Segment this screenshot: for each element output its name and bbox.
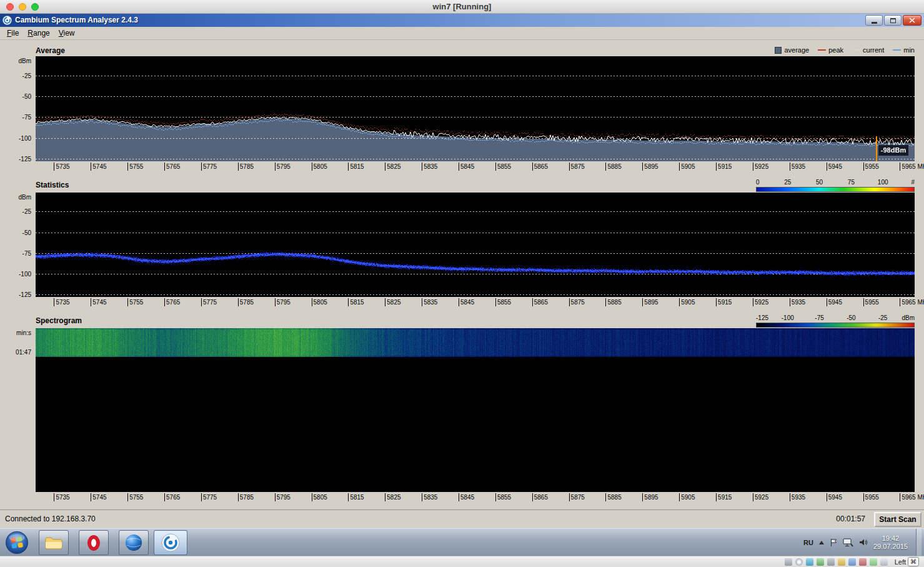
- y-tick-label: dBm: [0, 194, 31, 201]
- x-tick-label: 5905: [679, 298, 695, 306]
- x-tick-label: 5755: [127, 163, 143, 171]
- maximize-button[interactable]: [884, 15, 902, 26]
- taskbar-item-browser[interactable]: [119, 530, 149, 555]
- vm-minimize-button[interactable]: [19, 3, 26, 11]
- volume-icon[interactable]: [859, 538, 868, 546]
- statistics-panel-title: Statistics: [36, 181, 69, 189]
- minimize-icon: [872, 22, 877, 24]
- vm-close-button[interactable]: [6, 3, 14, 11]
- x-tick-label: 5965 MHz: [900, 163, 924, 171]
- hard-disk-icon[interactable]: [785, 558, 792, 566]
- vm-fullscreen-button[interactable]: [31, 3, 39, 11]
- x-tick-label: 5885: [605, 298, 621, 306]
- host-key-indicator: Left ⌘: [895, 557, 919, 566]
- legend-label: min: [903, 46, 915, 54]
- taskbar-clock[interactable]: 19:42 29.07.2015: [873, 534, 908, 551]
- scale-tick-label: dBm: [902, 314, 915, 321]
- menu-view[interactable]: View: [54, 27, 79, 38]
- y-tick-label: -50: [0, 93, 31, 100]
- tray-expand-icon[interactable]: [819, 541, 824, 544]
- x-tick-label: 5735: [54, 163, 69, 171]
- mouse-integration-icon[interactable]: [880, 558, 888, 566]
- start-scan-button[interactable]: Start Scan: [874, 512, 922, 527]
- scale-tick-label: -75: [815, 314, 823, 321]
- display-icon[interactable]: [848, 558, 856, 566]
- statistics-x-axis: 5735574557555765577557855795580558155825…: [0, 298, 924, 307]
- network-adapter-icon[interactable]: [817, 558, 824, 566]
- legend-item-average[interactable]: average: [775, 46, 809, 54]
- x-tick-label: 5825: [385, 298, 400, 306]
- x-tick-label: 5835: [422, 493, 437, 501]
- menu-file[interactable]: File: [2, 27, 23, 38]
- average-chart[interactable]: [36, 56, 915, 161]
- opera-icon: [87, 535, 100, 551]
- start-button[interactable]: [5, 531, 29, 554]
- app-titlebar: Cambium Spectrum Analyser 2.4.3: [0, 14, 924, 27]
- spectrogram-y-axis-label: min:s: [0, 329, 31, 336]
- audio-icon[interactable]: [806, 558, 813, 566]
- usb-icon[interactable]: [827, 558, 835, 566]
- x-tick-label: 5735: [54, 493, 69, 501]
- app-title: Cambium Spectrum Analyser 2.4.3: [15, 16, 138, 24]
- x-tick-label: 5775: [201, 298, 217, 306]
- elapsed-time: 00:01:57: [836, 514, 865, 523]
- y-tick-label: -75: [0, 114, 31, 121]
- x-tick-label: 5845: [459, 298, 474, 306]
- close-button[interactable]: [903, 15, 922, 26]
- features-icon[interactable]: [870, 558, 877, 566]
- legend-item-peak[interactable]: peak: [818, 46, 843, 54]
- minimize-button[interactable]: [865, 15, 883, 26]
- scale-tick-label: -25: [878, 314, 887, 321]
- globe-app-icon: [125, 534, 142, 551]
- taskbar-item-explorer[interactable]: [39, 530, 69, 555]
- x-tick-label: 5795: [275, 298, 291, 306]
- x-tick-label: 5775: [201, 493, 217, 501]
- language-indicator[interactable]: RU: [803, 539, 813, 546]
- statistics-chart[interactable]: [36, 193, 915, 297]
- x-tick-label: 5885: [605, 163, 621, 171]
- taskbar-item-spectrum-analyser[interactable]: [154, 530, 187, 555]
- maximize-icon: [890, 18, 896, 23]
- y-tick-label: -125: [0, 156, 31, 163]
- x-tick-label: 5865: [532, 298, 548, 306]
- x-tick-label: 5875: [569, 163, 585, 171]
- x-tick-label: 5735: [54, 298, 69, 306]
- cambium-app-icon: [2, 16, 12, 28]
- x-tick-label: 5755: [127, 298, 143, 306]
- x-tick-label: 5805: [312, 493, 327, 501]
- scale-tick-label: 75: [848, 179, 855, 186]
- cambium-icon: [161, 533, 180, 552]
- x-tick-label: 5775: [201, 163, 217, 171]
- close-icon: [909, 18, 915, 23]
- x-tick-label: 5795: [275, 493, 291, 501]
- x-tick-label: 5815: [348, 298, 364, 306]
- x-tick-label: 5785: [238, 493, 254, 501]
- x-tick-label: 5815: [348, 493, 364, 501]
- y-tick-label: -125: [0, 291, 31, 298]
- taskbar-item-opera[interactable]: [79, 530, 109, 555]
- legend-item-min[interactable]: min: [893, 46, 915, 54]
- action-center-icon[interactable]: [830, 538, 837, 547]
- menu-range[interactable]: Range: [23, 27, 54, 38]
- shared-folders-icon[interactable]: [838, 558, 845, 566]
- system-tray: RU 19:42 29.07.2015: [803, 529, 924, 556]
- network-icon[interactable]: [843, 538, 853, 547]
- legend-swatch: [775, 47, 782, 54]
- x-tick-label: 5855: [495, 298, 511, 306]
- x-tick-label: 5845: [459, 163, 474, 171]
- legend-item-current[interactable]: current: [852, 46, 884, 54]
- x-tick-label: 5745: [91, 163, 106, 171]
- optical-disk-icon[interactable]: [795, 558, 803, 566]
- spectrogram-panel-title: Spectrogram: [36, 316, 82, 325]
- scale-tick-label: 25: [784, 179, 791, 186]
- x-tick-label: 5835: [422, 163, 437, 171]
- recording-icon[interactable]: [859, 558, 867, 566]
- show-desktop-button[interactable]: [916, 529, 922, 556]
- x-tick-label: 5945: [827, 493, 842, 501]
- x-tick-label: 5765: [164, 163, 180, 171]
- spectrogram-chart[interactable]: [36, 328, 915, 492]
- traffic-lights: [6, 3, 39, 11]
- scale-tick-label: 0: [756, 179, 760, 186]
- y-tick-label: -25: [0, 208, 31, 215]
- legend-label: current: [863, 46, 884, 54]
